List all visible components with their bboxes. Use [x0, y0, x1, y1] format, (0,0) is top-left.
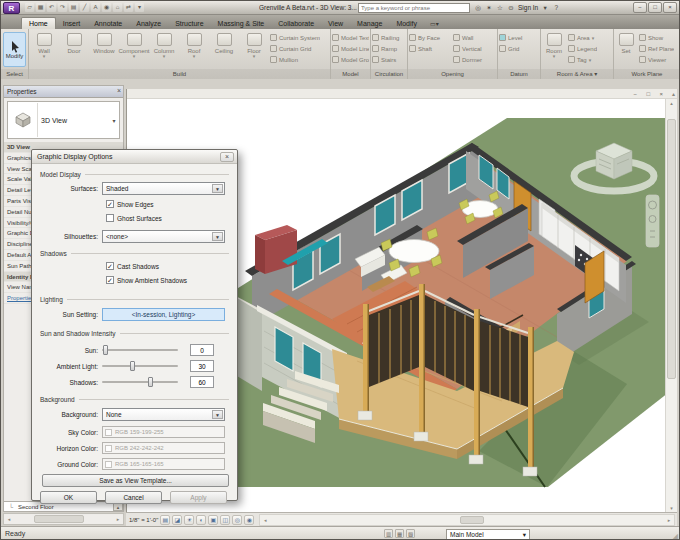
ref-plane-button[interactable]: Ref Plane — [639, 43, 674, 54]
subscription-icon[interactable]: ✶ — [485, 3, 493, 12]
tab-manage[interactable]: Manage — [350, 18, 389, 29]
door-button[interactable]: Door — [59, 30, 89, 69]
sign-in-button[interactable]: Sign In — [518, 4, 538, 11]
save-icon[interactable]: ▦ — [36, 3, 45, 12]
shadows-icon[interactable]: ◐ — [196, 515, 206, 525]
help-icon[interactable]: ? — [552, 3, 560, 12]
stairs-button[interactable]: Stairs — [372, 54, 406, 65]
curtain-grid-button[interactable]: Curtain Grid — [270, 43, 320, 54]
modify-button[interactable]: Modify — [3, 32, 26, 67]
measure-icon[interactable]: ╱ — [80, 3, 89, 12]
opening-shaft-button[interactable]: Shaft — [409, 43, 451, 54]
tab-insert[interactable]: Insert — [56, 18, 88, 29]
slider-thumb[interactable] — [103, 345, 108, 355]
minimize-button[interactable]: − — [633, 2, 647, 13]
ok-button[interactable]: OK — [40, 491, 97, 504]
component-button[interactable]: Component▾ — [119, 30, 149, 69]
sync-icon[interactable]: ⇄ — [124, 3, 133, 12]
communication-icon[interactable]: ☆ — [496, 3, 504, 12]
exclude-options-icon[interactable]: ▧ — [406, 529, 415, 538]
level-button[interactable]: Level — [499, 32, 539, 43]
view-minimize-icon[interactable]: − — [633, 90, 637, 98]
shadows-value[interactable]: 60 — [190, 376, 214, 388]
tab-modify[interactable]: Modify — [389, 18, 424, 29]
tab-annotate[interactable]: Annotate — [87, 18, 129, 29]
panel-label-model[interactable]: Model — [331, 69, 370, 79]
visual-style-icon[interactable]: ◪ — [172, 515, 182, 525]
grid-button[interactable]: Grid — [499, 43, 539, 54]
sun-setting-button[interactable]: <In-session, Lighting> — [102, 308, 225, 321]
scroll-left-icon[interactable]: ◂ — [4, 514, 14, 524]
show-button[interactable]: Show — [639, 32, 674, 43]
reveal-hidden-icon[interactable]: ◉ — [244, 515, 254, 525]
tab-collaborate[interactable]: Collaborate — [271, 18, 321, 29]
wall-button[interactable]: Wall▾ — [29, 30, 59, 69]
ambient-light-value[interactable]: 30 — [190, 360, 214, 372]
panel-label-opening[interactable]: Opening — [408, 69, 497, 79]
3d-view-icon[interactable]: ⌂ — [113, 3, 122, 12]
tab-analyze[interactable]: Analyze — [129, 18, 168, 29]
view-restore-icon[interactable]: □ — [646, 90, 650, 98]
chevron-down-icon[interactable]: ▾ — [109, 103, 119, 137]
cancel-button[interactable]: Cancel — [105, 491, 162, 504]
model-text-button[interactable]: Model Text — [332, 32, 369, 43]
ribbon-state-toggle-icon[interactable]: ▭▾ — [424, 18, 445, 29]
panel-label-select[interactable]: Select — [1, 69, 28, 79]
curtain-system-button[interactable]: Curtain System — [270, 32, 320, 43]
ghost-surfaces-checkbox[interactable] — [106, 214, 114, 222]
tag-button[interactable]: Tag▾ — [568, 54, 597, 65]
scroll-up-icon[interactable]: ▴ — [672, 90, 675, 98]
opening-wall-button[interactable]: Wall — [453, 32, 495, 43]
area-button[interactable]: Area▾ — [568, 32, 597, 43]
save-as-view-template-button[interactable]: Save as View Template... — [42, 474, 229, 487]
mullion-button[interactable]: Mullion — [270, 54, 320, 65]
scrollbar-thumb[interactable] — [460, 516, 484, 524]
sun-path-icon[interactable]: ☀ — [184, 515, 194, 525]
favorites-icon[interactable]: ⊙ — [507, 3, 515, 12]
crop-view-icon[interactable]: ▣ — [208, 515, 218, 525]
panel-label-circulation[interactable]: Circulation — [371, 69, 407, 79]
room-button[interactable]: Room▾ — [541, 30, 567, 69]
search-icon[interactable]: ◎ — [474, 3, 482, 12]
opening-dormer-button[interactable]: Dormer — [453, 54, 495, 65]
crop-region-icon[interactable]: ◫ — [220, 515, 230, 525]
view-close-icon[interactable]: × — [659, 90, 663, 98]
background-select[interactable]: None▼ — [102, 408, 225, 421]
sun-slider[interactable] — [102, 349, 178, 351]
worksets-icon[interactable]: ▥ — [384, 529, 393, 538]
scroll-left-icon[interactable]: ◂ — [260, 515, 270, 525]
text-icon[interactable]: A — [91, 3, 100, 12]
tab-view[interactable]: View — [321, 18, 350, 29]
viewer-button[interactable]: Viewer — [639, 54, 674, 65]
cast-shadows-checkbox[interactable]: ✓ — [106, 262, 114, 270]
scrollbar-thumb[interactable] — [667, 119, 676, 379]
shadows-slider[interactable] — [102, 381, 178, 383]
tag-icon[interactable]: ◉ — [102, 3, 111, 12]
panel-label-build[interactable]: Build — [29, 69, 330, 79]
ambient-light-slider[interactable] — [102, 365, 178, 367]
set-button[interactable]: Set — [614, 30, 638, 69]
navigation-bar[interactable] — [646, 195, 659, 247]
close-icon[interactable]: × — [117, 87, 121, 94]
surfaces-select[interactable]: Shaded▼ — [102, 182, 225, 195]
window-button[interactable]: Window — [89, 30, 119, 69]
tab-home[interactable]: Home — [21, 17, 56, 29]
print-icon[interactable]: ▤ — [69, 3, 78, 12]
sun-value[interactable]: 0 — [190, 344, 214, 356]
model-line-button[interactable]: Model Line — [332, 43, 369, 54]
panel-label-work-plane[interactable]: Work Plane — [614, 69, 680, 79]
opening-vertical-button[interactable]: Vertical — [453, 43, 495, 54]
model-group-button[interactable]: Model Group — [332, 54, 369, 65]
dialog-title-bar[interactable]: Graphic Display Options × — [32, 150, 237, 164]
slider-thumb[interactable] — [148, 377, 153, 387]
qat-customize-icon[interactable]: ▾ — [135, 3, 144, 12]
ceiling-button[interactable]: Ceiling — [209, 30, 239, 69]
type-selector[interactable]: 3D View ▾ — [7, 101, 120, 139]
scroll-right-icon[interactable]: ▸ — [113, 514, 123, 524]
column-button[interactable]: Column▾ — [149, 30, 179, 69]
tab-structure[interactable]: Structure — [168, 18, 210, 29]
scroll-down-icon[interactable]: ▾ — [666, 505, 677, 511]
scrollbar-thumb[interactable] — [34, 515, 84, 523]
horizontal-scrollbar[interactable]: ◂ ▸ — [259, 514, 675, 526]
temporary-hide-icon[interactable]: ◎ — [232, 515, 242, 525]
